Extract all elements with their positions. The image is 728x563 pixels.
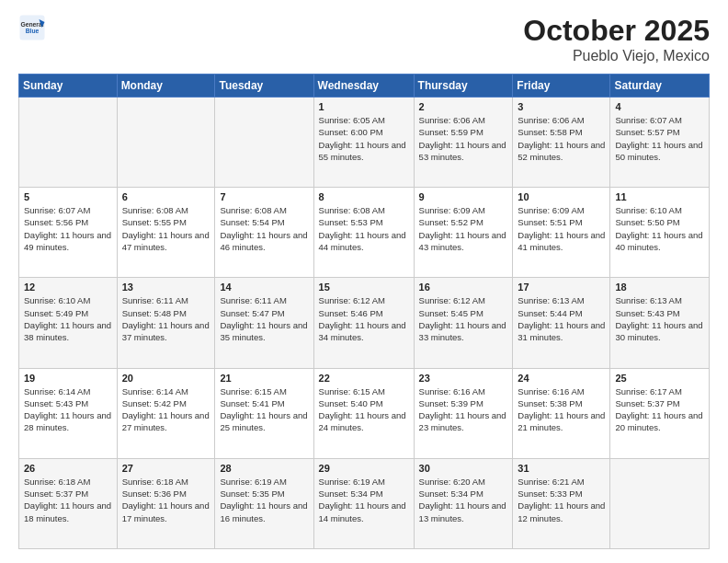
day-info: Sunrise: 6:13 AMSunset: 5:43 PMDaylight:… xyxy=(615,294,704,343)
day-info: Sunrise: 6:18 AMSunset: 5:36 PMDaylight:… xyxy=(122,476,210,524)
day-cell: 29Sunrise: 6:19 AMSunset: 5:34 PMDayligh… xyxy=(313,458,414,548)
day-cell: 4Sunrise: 6:07 AMSunset: 5:57 PMDaylight… xyxy=(610,98,710,188)
day-info: Sunrise: 6:19 AMSunset: 5:34 PMDaylight:… xyxy=(319,476,409,524)
day-number: 10 xyxy=(518,191,605,202)
day-cell: 19Sunrise: 6:14 AMSunset: 5:43 PMDayligh… xyxy=(19,368,118,458)
day-cell: 26Sunrise: 6:18 AMSunset: 5:37 PMDayligh… xyxy=(19,458,118,548)
day-number: 18 xyxy=(615,282,704,293)
day-number: 5 xyxy=(24,191,112,202)
calendar-subtitle: Pueblo Viejo, Mexico xyxy=(523,48,710,64)
day-number: 9 xyxy=(419,191,508,202)
day-cell: 16Sunrise: 6:12 AMSunset: 5:45 PMDayligh… xyxy=(414,278,513,368)
day-number: 19 xyxy=(24,373,112,384)
week-row-5: 26Sunrise: 6:18 AMSunset: 5:37 PMDayligh… xyxy=(19,458,710,548)
day-cell: 1Sunrise: 6:05 AMSunset: 6:00 PMDaylight… xyxy=(313,98,414,188)
title-block: October 2025 Pueblo Viejo, Mexico xyxy=(523,14,710,64)
day-cell: 2Sunrise: 6:06 AMSunset: 5:59 PMDaylight… xyxy=(414,98,513,188)
day-number: 27 xyxy=(122,463,210,474)
day-cell: 24Sunrise: 6:16 AMSunset: 5:38 PMDayligh… xyxy=(513,368,610,458)
day-cell: 28Sunrise: 6:19 AMSunset: 5:35 PMDayligh… xyxy=(215,458,313,548)
day-cell: 15Sunrise: 6:12 AMSunset: 5:46 PMDayligh… xyxy=(313,278,414,368)
day-info: Sunrise: 6:12 AMSunset: 5:46 PMDaylight:… xyxy=(319,294,409,343)
day-info: Sunrise: 6:14 AMSunset: 5:42 PMDaylight:… xyxy=(122,385,210,434)
day-info: Sunrise: 6:21 AMSunset: 5:33 PMDaylight:… xyxy=(518,476,605,524)
day-cell: 21Sunrise: 6:15 AMSunset: 5:41 PMDayligh… xyxy=(215,368,313,458)
week-row-4: 19Sunrise: 6:14 AMSunset: 5:43 PMDayligh… xyxy=(19,368,710,458)
week-row-2: 5Sunrise: 6:07 AMSunset: 5:56 PMDaylight… xyxy=(19,188,710,278)
day-cell: 20Sunrise: 6:14 AMSunset: 5:42 PMDayligh… xyxy=(117,368,215,458)
col-thursday: Thursday xyxy=(414,75,513,98)
day-info: Sunrise: 6:20 AMSunset: 5:34 PMDaylight:… xyxy=(419,476,508,524)
day-info: Sunrise: 6:10 AMSunset: 5:49 PMDaylight:… xyxy=(24,294,112,343)
day-cell: 3Sunrise: 6:06 AMSunset: 5:58 PMDaylight… xyxy=(513,98,610,188)
day-number: 13 xyxy=(122,282,210,293)
calendar-table: Sunday Monday Tuesday Wednesday Thursday… xyxy=(18,74,710,549)
day-cell: 31Sunrise: 6:21 AMSunset: 5:33 PMDayligh… xyxy=(513,458,610,548)
day-number: 30 xyxy=(419,463,508,474)
day-info: Sunrise: 6:16 AMSunset: 5:38 PMDaylight:… xyxy=(518,385,605,434)
day-number: 7 xyxy=(220,191,308,202)
day-number: 8 xyxy=(319,191,409,202)
day-number: 22 xyxy=(319,373,409,384)
day-info: Sunrise: 6:18 AMSunset: 5:37 PMDaylight:… xyxy=(24,476,112,524)
day-cell: 7Sunrise: 6:08 AMSunset: 5:54 PMDaylight… xyxy=(215,188,313,278)
day-info: Sunrise: 6:17 AMSunset: 5:37 PMDaylight:… xyxy=(615,385,704,434)
page: General Blue October 2025 Pueblo Viejo, … xyxy=(0,0,728,563)
day-info: Sunrise: 6:08 AMSunset: 5:55 PMDaylight:… xyxy=(122,204,210,253)
day-number: 20 xyxy=(122,373,210,384)
day-info: Sunrise: 6:14 AMSunset: 5:43 PMDaylight:… xyxy=(24,385,112,434)
logo-icon: General Blue xyxy=(18,14,46,41)
day-info: Sunrise: 6:05 AMSunset: 6:00 PMDaylight:… xyxy=(319,114,409,163)
day-number: 12 xyxy=(24,282,112,293)
day-info: Sunrise: 6:07 AMSunset: 5:57 PMDaylight:… xyxy=(615,114,704,163)
col-saturday: Saturday xyxy=(610,75,710,98)
day-info: Sunrise: 6:10 AMSunset: 5:50 PMDaylight:… xyxy=(615,204,704,253)
col-tuesday: Tuesday xyxy=(215,75,313,98)
day-info: Sunrise: 6:09 AMSunset: 5:52 PMDaylight:… xyxy=(419,204,508,253)
day-number: 26 xyxy=(24,463,112,474)
day-number: 15 xyxy=(319,282,409,293)
day-cell: 11Sunrise: 6:10 AMSunset: 5:50 PMDayligh… xyxy=(610,188,710,278)
svg-text:Blue: Blue xyxy=(26,28,40,34)
day-number: 25 xyxy=(615,373,704,384)
day-number: 14 xyxy=(220,282,308,293)
day-info: Sunrise: 6:13 AMSunset: 5:44 PMDaylight:… xyxy=(518,294,605,343)
day-number: 11 xyxy=(615,191,704,202)
day-cell: 30Sunrise: 6:20 AMSunset: 5:34 PMDayligh… xyxy=(414,458,513,548)
day-info: Sunrise: 6:15 AMSunset: 5:41 PMDaylight:… xyxy=(220,385,308,434)
day-cell: 27Sunrise: 6:18 AMSunset: 5:36 PMDayligh… xyxy=(117,458,215,548)
day-cell: 10Sunrise: 6:09 AMSunset: 5:51 PMDayligh… xyxy=(513,188,610,278)
day-cell: 6Sunrise: 6:08 AMSunset: 5:55 PMDaylight… xyxy=(117,188,215,278)
day-info: Sunrise: 6:19 AMSunset: 5:35 PMDaylight:… xyxy=(220,476,308,524)
day-cell: 14Sunrise: 6:11 AMSunset: 5:47 PMDayligh… xyxy=(215,278,313,368)
week-row-3: 12Sunrise: 6:10 AMSunset: 5:49 PMDayligh… xyxy=(19,278,710,368)
col-monday: Monday xyxy=(117,75,215,98)
day-number: 2 xyxy=(419,101,508,112)
day-info: Sunrise: 6:15 AMSunset: 5:40 PMDaylight:… xyxy=(319,385,409,434)
day-info: Sunrise: 6:12 AMSunset: 5:45 PMDaylight:… xyxy=(419,294,508,343)
day-cell: 12Sunrise: 6:10 AMSunset: 5:49 PMDayligh… xyxy=(19,278,118,368)
day-info: Sunrise: 6:06 AMSunset: 5:58 PMDaylight:… xyxy=(518,114,605,163)
day-number: 1 xyxy=(319,101,409,112)
day-info: Sunrise: 6:11 AMSunset: 5:47 PMDaylight:… xyxy=(220,294,308,343)
day-number: 24 xyxy=(518,373,605,384)
day-info: Sunrise: 6:08 AMSunset: 5:54 PMDaylight:… xyxy=(220,204,308,253)
day-number: 3 xyxy=(518,101,605,112)
day-cell: 9Sunrise: 6:09 AMSunset: 5:52 PMDaylight… xyxy=(414,188,513,278)
day-cell: 17Sunrise: 6:13 AMSunset: 5:44 PMDayligh… xyxy=(513,278,610,368)
col-sunday: Sunday xyxy=(19,75,118,98)
week-row-1: 1Sunrise: 6:05 AMSunset: 6:00 PMDaylight… xyxy=(19,98,710,188)
day-cell xyxy=(215,98,313,188)
day-info: Sunrise: 6:07 AMSunset: 5:56 PMDaylight:… xyxy=(24,204,112,253)
day-info: Sunrise: 6:11 AMSunset: 5:48 PMDaylight:… xyxy=(122,294,210,343)
day-number: 17 xyxy=(518,282,605,293)
day-info: Sunrise: 6:16 AMSunset: 5:39 PMDaylight:… xyxy=(419,385,508,434)
day-cell: 13Sunrise: 6:11 AMSunset: 5:48 PMDayligh… xyxy=(117,278,215,368)
day-cell: 23Sunrise: 6:16 AMSunset: 5:39 PMDayligh… xyxy=(414,368,513,458)
day-cell: 8Sunrise: 6:08 AMSunset: 5:53 PMDaylight… xyxy=(313,188,414,278)
day-number: 6 xyxy=(122,191,210,202)
day-cell: 25Sunrise: 6:17 AMSunset: 5:37 PMDayligh… xyxy=(610,368,710,458)
day-number: 31 xyxy=(518,463,605,474)
day-cell: 5Sunrise: 6:07 AMSunset: 5:56 PMDaylight… xyxy=(19,188,118,278)
day-cell xyxy=(19,98,118,188)
